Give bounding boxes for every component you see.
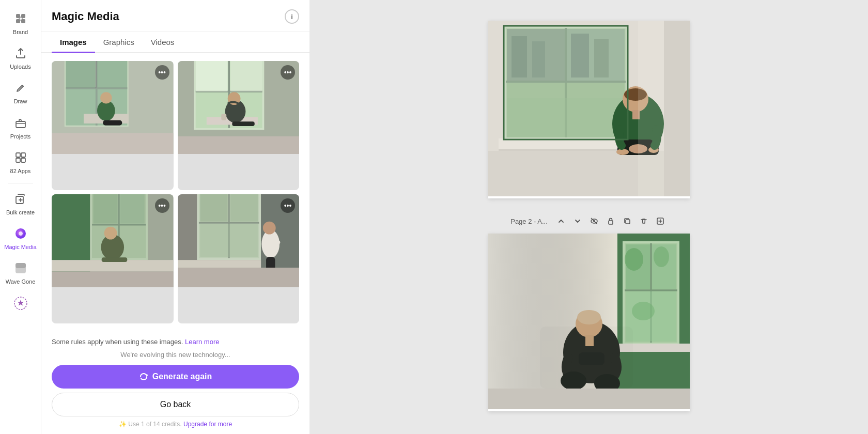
svg-rect-54 (52, 271, 174, 287)
canvas-page-1-container (488, 21, 690, 211)
tabs-bar: Images Graphics Videos (41, 32, 309, 53)
svg-rect-67 (267, 241, 280, 244)
svg-rect-125 (585, 335, 594, 346)
grid-item-4[interactable]: ••• (178, 194, 300, 323)
svg-rect-34 (195, 61, 227, 91)
page-lock-button[interactable] (603, 214, 618, 228)
sidebar-item-wave-gone[interactable]: Wave Gone (2, 256, 39, 289)
page-duplicate-button[interactable] (620, 214, 634, 228)
bulk-create-icon (12, 191, 29, 207)
svg-rect-131 (488, 389, 690, 409)
svg-rect-26 (103, 120, 122, 126)
sidebar-item-bulk-create-label: Bulk create (6, 209, 35, 216)
sidebar-item-projects-label: Projects (10, 133, 31, 140)
canvas-page-1[interactable] (488, 21, 690, 198)
panel-footer: Some rules apply when using these images… (41, 332, 309, 434)
svg-rect-83 (507, 98, 625, 137)
svg-point-52 (104, 227, 117, 240)
image-options-2[interactable]: ••• (281, 65, 295, 80)
go-back-button[interactable]: Go back (52, 393, 299, 416)
svg-rect-5 (16, 121, 25, 128)
svg-rect-9 (21, 158, 25, 162)
grid-item-1[interactable]: ••• (52, 61, 174, 190)
svg-rect-102 (609, 221, 613, 224)
svg-rect-21 (97, 61, 127, 88)
image-grid: ••• (41, 53, 309, 332)
sidebar-item-apps-label: 82 Apps (10, 168, 31, 175)
tab-images[interactable]: Images (52, 32, 95, 53)
generate-again-button[interactable]: Generate again (52, 365, 299, 389)
panel-title: Magic Media (52, 10, 119, 23)
tab-graphics[interactable]: Graphics (95, 32, 143, 53)
credits-text: ✨ Use 1 of 14 credits. Upgrade for more (52, 421, 299, 428)
svg-rect-80 (571, 34, 589, 78)
svg-point-115 (625, 248, 643, 271)
canvas-page-2-container (488, 234, 690, 424)
svg-rect-27 (100, 113, 113, 116)
tab-videos[interactable]: Videos (143, 32, 183, 53)
page-down-button[interactable] (570, 214, 585, 228)
svg-rect-35 (230, 61, 262, 91)
svg-rect-41 (178, 136, 300, 154)
magic-media-icon (12, 225, 29, 242)
sidebar-item-magic-star[interactable] (2, 291, 39, 318)
sidebar-item-draw[interactable]: Draw (2, 75, 39, 109)
svg-point-93 (616, 149, 629, 155)
evolving-text: We're evolving this new technology... (52, 351, 299, 359)
page-2-image (488, 234, 690, 409)
image-options-3[interactable]: ••• (155, 198, 169, 213)
sidebar: Brand Uploads Draw Projects (0, 0, 41, 434)
apps-icon (12, 149, 29, 166)
sidebar-item-magic-media-label: Magic Media (4, 244, 36, 251)
magic-star-icon (12, 295, 29, 312)
svg-rect-97 (664, 21, 690, 196)
svg-rect-62 (200, 224, 258, 257)
page-add-button[interactable] (653, 214, 668, 228)
page-2-label-bar: Page 2 - A... (510, 211, 668, 231)
grid-item-3[interactable]: ••• (52, 194, 174, 323)
svg-rect-61 (230, 194, 257, 222)
info-button[interactable]: i (285, 9, 299, 24)
sidebar-item-magic-media[interactable]: Magic Media (2, 221, 39, 255)
canvas-area: Page 2 - A... (310, 0, 868, 434)
sidebar-item-uploads[interactable]: Uploads (2, 41, 39, 74)
learn-more-link[interactable]: Learn more (185, 338, 219, 346)
svg-rect-13 (16, 263, 26, 268)
svg-rect-7 (21, 153, 25, 157)
sidebar-item-brand-label: Brand (13, 29, 28, 36)
svg-rect-49 (120, 194, 145, 224)
svg-point-65 (262, 222, 275, 235)
sidebar-item-brand[interactable]: Brand (2, 6, 39, 40)
panel-header: Magic Media i (41, 0, 309, 32)
projects-icon (12, 115, 29, 131)
uploads-icon (12, 45, 29, 61)
svg-rect-48 (94, 194, 118, 224)
image-options-1[interactable]: ••• (155, 65, 169, 80)
page-delete-button[interactable] (637, 214, 651, 228)
svg-point-25 (100, 92, 112, 103)
grid-item-2[interactable]: ••• (178, 61, 300, 190)
image-options-4[interactable]: ••• (281, 198, 295, 213)
upgrade-link[interactable]: Upgrade for more (183, 421, 232, 428)
sidebar-item-uploads-label: Uploads (10, 64, 30, 70)
page-hide-button[interactable] (587, 214, 601, 228)
page-2-actions (554, 214, 668, 228)
svg-rect-69 (178, 268, 300, 287)
page-1-image (488, 21, 690, 196)
draw-icon (12, 80, 29, 96)
page-up-button[interactable] (554, 214, 568, 228)
sidebar-item-draw-label: Draw (14, 98, 27, 105)
sidebar-item-apps[interactable]: 82 Apps (2, 145, 39, 179)
svg-rect-103 (626, 220, 630, 224)
svg-point-124 (577, 310, 601, 324)
sidebar-item-projects[interactable]: Projects (2, 111, 39, 144)
svg-rect-40 (221, 114, 226, 120)
svg-rect-8 (16, 158, 20, 162)
sidebar-item-bulk-create[interactable]: Bulk create (2, 187, 39, 220)
canvas-page-2[interactable] (488, 234, 690, 411)
sidebar-item-wave-gone-label: Wave Gone (6, 278, 36, 285)
svg-rect-53 (102, 257, 128, 262)
svg-rect-78 (512, 36, 527, 78)
svg-rect-20 (66, 61, 95, 88)
svg-rect-6 (16, 153, 20, 157)
